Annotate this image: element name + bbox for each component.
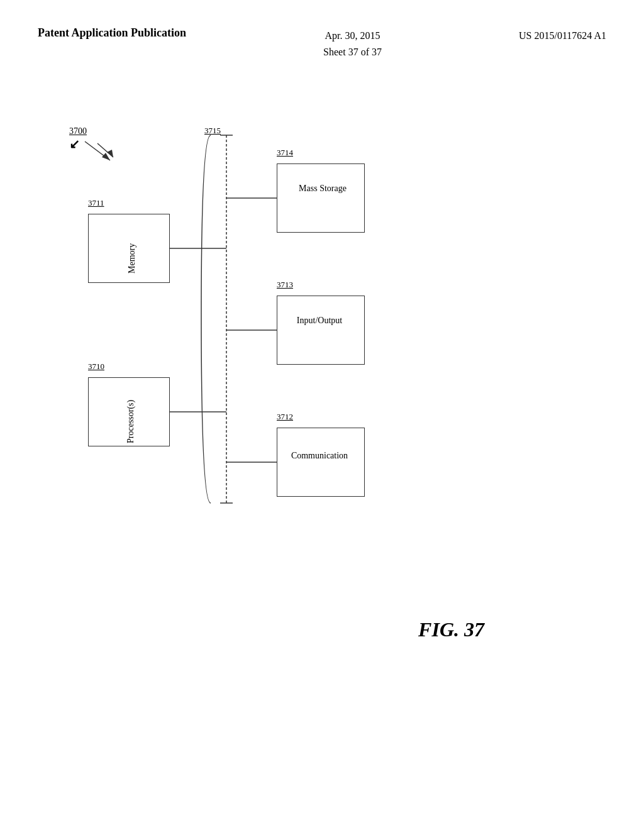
diagram-area: 3700 ↙ 3715 3711 Memory 3710 Processor(s… — [50, 126, 522, 692]
label-3710: 3710 — [88, 362, 104, 372]
publication-title: Patent Application Publication — [38, 25, 186, 41]
sheet-info: Sheet 37 of 37 — [323, 47, 382, 57]
label-3715: 3715 — [204, 126, 221, 136]
figure-label: FIG. 37 — [418, 618, 484, 641]
publication-date: Apr. 30, 2015 — [325, 30, 380, 41]
box-mass-storage — [277, 163, 365, 233]
text-memory: Memory — [127, 223, 137, 274]
text-input-output: Input/Output — [282, 314, 357, 327]
page-header: Patent Application Publication Apr. 30, … — [0, 0, 644, 60]
label-3714: 3714 — [277, 148, 293, 158]
label-3713: 3713 — [277, 280, 293, 290]
text-communication: Communication — [282, 450, 357, 462]
text-processor: Processor(s) — [126, 387, 136, 443]
label-3711: 3711 — [88, 198, 104, 208]
label-3712: 3712 — [277, 412, 293, 422]
label-3700: 3700 ↙ — [69, 126, 87, 152]
box-communication — [277, 428, 365, 497]
svg-marker-1 — [107, 150, 113, 157]
svg-marker-11 — [102, 153, 110, 160]
publication-number: US 2015/0117624 A1 — [519, 25, 606, 44]
svg-line-0 — [97, 143, 113, 157]
publication-date-sheet: Apr. 30, 2015 Sheet 37 of 37 — [323, 25, 382, 60]
svg-line-10 — [85, 141, 110, 160]
box-input-output — [277, 296, 365, 365]
text-mass-storage: Mass Storage — [285, 182, 360, 195]
